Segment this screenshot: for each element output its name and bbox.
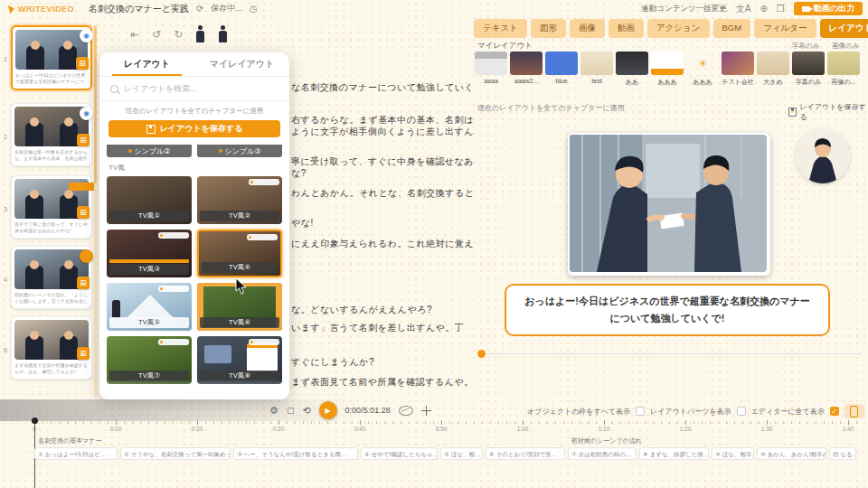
chapter-layout-button[interactable]: ⊞ <box>77 206 90 219</box>
chapter-progress-track[interactable] <box>486 353 861 354</box>
my-layout-item[interactable]: blue <box>544 52 579 87</box>
my-layout-item[interactable]: 画像の... <box>826 52 861 87</box>
character-1-icon[interactable] <box>195 25 205 43</box>
chapter-card[interactable]: まず表面見て名前や所属を確認するんや。ほな、練習してみよか!⊞ <box>11 316 92 380</box>
tab-images[interactable]: 画像 <box>570 19 605 38</box>
subtitle-box[interactable]: おっはよー!今日はビジネスの世界で超重要な名刺交換のマナーについて勉強していくで… <box>505 284 830 336</box>
simple-layout-item[interactable]: シンプル③ <box>197 145 282 157</box>
layout-tag <box>158 339 189 345</box>
my-layout-item[interactable]: 大きめ <box>756 52 790 87</box>
subtitle-clip[interactable]: ④ せやで!確認したらちゃ… <box>361 447 438 460</box>
subtitle-clip[interactable]: ⑩ あかん、あかん!相手の名… <box>757 447 826 460</box>
document-title[interactable]: 名刺交換のマナーと実践 <box>89 3 189 15</box>
frame-icon[interactable]: ▢ <box>287 406 295 415</box>
globe-icon[interactable]: ⊕ <box>760 5 767 14</box>
floating-thumb-label: 字幕のみ <box>792 42 819 51</box>
script-line: わんとあかん。それとな、名刺交換すると <box>291 187 475 200</box>
subtitle-clip[interactable]: ⑨ ほな、相手… <box>712 447 754 460</box>
tv-layout-item[interactable]: TV風① <box>107 176 192 224</box>
popup-tab-0[interactable]: レイアウト <box>99 52 194 76</box>
popup-tab-1[interactable]: マイレイアウト <box>194 52 289 76</box>
playback-speed-icon[interactable] <box>399 406 413 416</box>
playhead-handle[interactable] <box>32 418 38 424</box>
my-layout-item[interactable]: test <box>580 52 614 87</box>
tab-video[interactable]: 動画 <box>609 19 644 38</box>
redo-icon[interactable]: ↻ <box>174 28 183 41</box>
script-line: すぐにしまうんか? <box>291 356 374 369</box>
timeline-ruler[interactable] <box>34 421 863 424</box>
subtitle-clip[interactable]: ② そうやな、名刺交換って第一印象めっ… <box>120 447 231 460</box>
tab-shapes[interactable]: 図形 <box>531 19 566 38</box>
tv-layout-item[interactable]: TV風② <box>197 176 282 224</box>
my-layout-item[interactable]: 字幕のみ <box>791 52 826 87</box>
my-layout-thumbnail <box>722 52 754 75</box>
skip-to-start-icon[interactable]: ⇤ <box>130 28 139 41</box>
subtitle-clip[interactable]: ⑧ まずな、挨拶した後… <box>639 447 709 460</box>
logo-text: WRITEVIDEO <box>18 5 74 14</box>
orientation-button[interactable] <box>844 404 864 418</box>
play-button[interactable]: ▶ <box>319 401 337 419</box>
script-line: な名刺交換のマナーについて勉強していく <box>291 81 474 94</box>
popup-apply-all-link[interactable]: 現在のレイアウトを全てのチャプターに適用 <box>99 107 289 116</box>
preview-badge[interactable]: ◉ <box>80 107 93 120</box>
chapter-layout-button[interactable]: ⊞ <box>77 347 90 360</box>
tab-filters[interactable]: フィルター <box>754 19 816 38</box>
layout-toggle-icon[interactable]: ❒ <box>777 5 785 14</box>
logo-dot-icon <box>219 149 222 153</box>
translate-icon[interactable]: 文A <box>736 5 751 14</box>
character-2-icon[interactable] <box>218 25 228 43</box>
my-layout-item[interactable]: テスト会社 <box>721 52 755 87</box>
history-icon[interactable]: ◷ <box>250 5 258 14</box>
apply-all-link[interactable]: 現在のレイアウトを全てのチャプターに適用 <box>477 103 625 113</box>
export-video-button[interactable]: 動画の出力 <box>794 2 863 15</box>
tv-layout-item[interactable]: TV風⑦ <box>107 336 192 384</box>
tick-label: 1:40 <box>843 426 854 432</box>
preview-badge[interactable]: ◉ <box>80 29 93 42</box>
canvas-toolbar: ⇤ ↺ ↻ <box>130 25 228 43</box>
my-layout-item[interactable]: ✳あああ <box>685 52 720 87</box>
tab-actions[interactable]: アクション <box>647 19 710 38</box>
subtitle-clip[interactable]: ① おっはよー!今日はビ… <box>34 447 118 460</box>
my-layout-item[interactable]: ああ <box>615 52 649 87</box>
my-layout-item[interactable]: aaaw2... <box>509 52 543 87</box>
subtitle-clip[interactable]: ⑤ ほな、相… <box>440 447 483 460</box>
pan-tool-icon[interactable] <box>421 406 431 416</box>
my-layout-name: ああ <box>615 78 649 87</box>
tv-layout-item[interactable]: TV風⑤ <box>107 283 192 331</box>
sidebar-scrollbar-thumb[interactable] <box>94 25 97 183</box>
chapter-layout-button[interactable]: ⊞ <box>76 57 89 70</box>
display-option-checkbox[interactable]: ✓ <box>830 407 839 416</box>
loop-icon[interactable]: ⟲ <box>302 405 310 417</box>
subtitle-clip[interactable]: ⑥ そのとおり!笑顔で笑… <box>486 447 565 460</box>
bulk-change-link[interactable]: 連動コンテンツ一括変更 <box>641 4 727 14</box>
undo-icon[interactable]: ↺ <box>152 28 161 41</box>
tv-layout-item[interactable]: TV風④ <box>197 230 282 277</box>
subtitle-clip[interactable]: ③ へー、そうなんや!受け取るときも両… <box>233 447 358 460</box>
tv-layout-item[interactable]: TV風⑧ <box>197 336 282 384</box>
subtitle-clip[interactable]: ⑦ 次は初対面の時の… <box>568 447 637 460</box>
popup-save-layout-button[interactable]: レイアウトを保存する <box>108 120 280 137</box>
tab-bgm[interactable]: BGM <box>713 19 751 38</box>
chapter-progress-handle[interactable] <box>477 350 486 358</box>
save-layout-link[interactable]: レイアウトを保存する <box>788 102 868 122</box>
tv-layout-item[interactable]: TV風③ <box>107 230 192 277</box>
layout-search[interactable]: レイアウトを検索... <box>99 77 289 101</box>
chapter-layout-button[interactable]: ⊞ <box>77 134 90 146</box>
display-option-checkbox[interactable] <box>737 407 746 416</box>
settings-icon[interactable]: ⚙ <box>269 405 278 417</box>
tab-layout[interactable]: レイアウト <box>820 19 868 38</box>
notification-badge <box>80 249 93 263</box>
display-option-checkbox[interactable] <box>636 407 645 416</box>
timeline-chapter-label[interactable]: 名刺交換の基本マナー <box>38 436 102 446</box>
my-layout-item[interactable]: あああ <box>650 52 684 87</box>
subtitle-clip[interactable]: ⑪ なる… <box>829 447 856 460</box>
simple-layout-item[interactable]: シンプル② <box>107 145 192 157</box>
timeline-chapter-label[interactable]: 初対面のシーンでの流れ <box>571 436 642 446</box>
tick-label: 1:30 <box>761 426 773 432</box>
chapter-layout-button[interactable]: ⊞ <box>77 277 90 289</box>
presenter-avatar[interactable] <box>796 129 850 183</box>
layout-tag <box>249 179 279 185</box>
video-preview[interactable] <box>568 133 770 276</box>
my-layout-item[interactable]: aaaa <box>474 52 508 87</box>
tab-text[interactable]: テキスト <box>474 19 527 38</box>
